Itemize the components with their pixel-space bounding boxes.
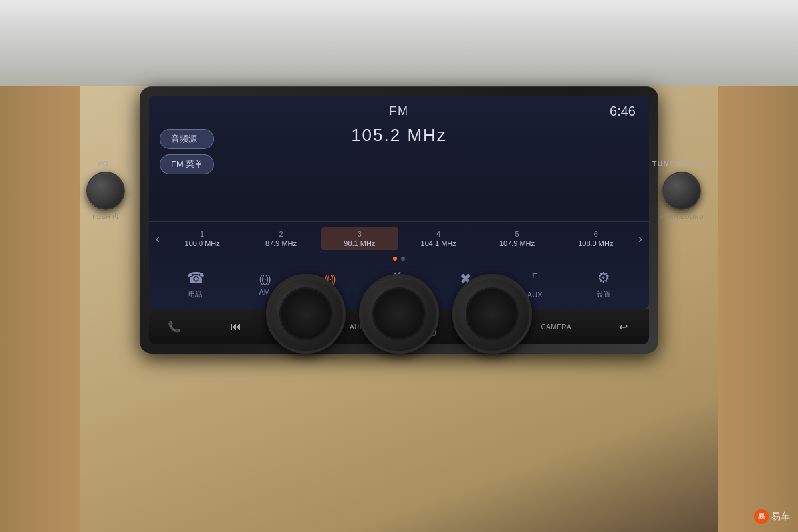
console-wrapper: VOL PUSH ⏻ TUNE·SCROLL PUSH SOUND FM 6:4…	[140, 86, 658, 354]
back-icon: ↩	[619, 321, 628, 333]
vent-left	[266, 274, 346, 354]
vent-center	[359, 274, 439, 354]
screen-time: 6:46	[610, 104, 636, 119]
phone-btn[interactable]: ☎ 电话	[182, 267, 210, 302]
preset-2[interactable]: 2 87.9 MHz	[242, 227, 319, 250]
preset-3[interactable]: 3 98.1 MHz	[321, 227, 398, 250]
source-button[interactable]: 音频源	[160, 129, 214, 149]
preset-6-num: 6	[559, 230, 633, 238]
preset-3-freq: 98.1 MHz	[323, 239, 397, 247]
camera-label: CAMERA	[541, 323, 571, 331]
preset-1-num: 1	[165, 230, 239, 238]
tune-knob[interactable]	[662, 172, 701, 210]
back-btn[interactable]: ↩	[609, 318, 638, 336]
prev-track-icon: ⏮	[231, 321, 241, 332]
frequency-display: 105.2 MHz	[149, 120, 649, 148]
vol-sub-label: PUSH ⏻	[92, 213, 119, 220]
presets-list: 1 100.0 MHz 2 87.9 MHz 3 98.1 MHz 4 104.…	[164, 227, 634, 250]
ceiling	[0, 0, 798, 86]
aux-icon: ⌜	[531, 271, 538, 288]
preset-4-num: 4	[401, 230, 475, 238]
vol-label: VOL	[97, 160, 114, 168]
preset-2-freq: 87.9 MHz	[243, 239, 318, 247]
vent-right	[452, 274, 532, 354]
phone-icon: ☎	[187, 269, 205, 287]
watermark-text: 易车	[771, 511, 790, 523]
prev-arrow[interactable]: ‹	[152, 232, 164, 246]
tune-sub-label: PUSH SOUND	[660, 213, 704, 220]
left-buttons: 音频源 FM 菜单	[160, 129, 214, 174]
vent-center-inner	[372, 287, 426, 340]
phone-label: 电话	[188, 289, 203, 299]
screen-title: FM	[389, 104, 409, 118]
preset-5[interactable]: 5 107.9 MHz	[478, 227, 555, 250]
vent-right-inner	[466, 287, 519, 340]
preset-3-num: 3	[323, 230, 397, 238]
leather-left	[0, 86, 80, 532]
preset-5-num: 5	[479, 230, 554, 238]
watermark: 易 易车	[754, 509, 790, 524]
preset-1-freq: 100.0 MHz	[165, 239, 239, 247]
phone-hang-btn[interactable]: 📞	[160, 318, 189, 336]
preset-4[interactable]: 4 104.1 MHz	[400, 227, 477, 250]
tune-label: TUNE·SCROLL	[652, 160, 712, 168]
tune-knob-container: TUNE·SCROLL PUSH SOUND	[652, 160, 712, 220]
watermark-symbol: 易	[758, 512, 765, 521]
prev-track-btn[interactable]: ⏮	[221, 318, 251, 335]
settings-btn[interactable]: ⚙ 设置	[591, 267, 616, 302]
settings-icon: ⚙	[597, 269, 610, 287]
settings-label: 设置	[597, 289, 611, 299]
screen-top-bar: FM 6:46	[149, 96, 649, 120]
preset-1[interactable]: 1 100.0 MHz	[164, 227, 241, 250]
next-arrow[interactable]: ›	[634, 232, 646, 246]
vents-row	[266, 274, 532, 354]
preset-6-freq: 108.0 MHz	[559, 239, 633, 247]
watermark-logo: 易	[754, 509, 769, 524]
vent-left-inner	[279, 287, 332, 340]
preset-4-freq: 104.1 MHz	[401, 239, 475, 247]
preset-5-freq: 107.9 MHz	[479, 239, 554, 247]
vol-knob[interactable]	[86, 172, 125, 210]
presets-area: ‹ 1 100.0 MHz 2 87.9 MHz 3 98.1 MHz	[149, 221, 649, 255]
vol-knob-container: VOL PUSH ⏻	[86, 160, 125, 220]
phone-hang-icon: 📞	[168, 321, 181, 333]
camera-btn[interactable]: CAMERA	[535, 321, 577, 333]
fm-menu-button[interactable]: FM 菜单	[160, 154, 214, 174]
page-dots	[149, 255, 649, 261]
preset-2-num: 2	[243, 230, 318, 238]
leather-right	[718, 86, 798, 532]
preset-6[interactable]: 6 108.0 MHz	[557, 227, 634, 250]
